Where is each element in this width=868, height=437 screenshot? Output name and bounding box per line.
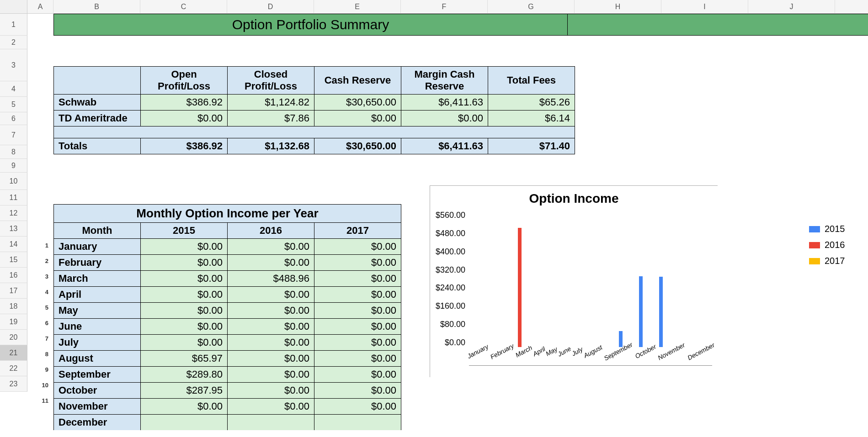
summary-header[interactable]: Open Profit/Loss [141,67,228,95]
row-header-10[interactable]: 10 [0,173,27,190]
summary-cell[interactable]: $65.26 [488,95,575,111]
monthly-cell[interactable]: $0.00 [141,319,228,335]
row-header-9[interactable]: 9 [0,159,27,173]
column-header-D[interactable]: D [227,0,314,14]
monthly-cell[interactable]: $0.00 [228,383,314,399]
monthly-cell[interactable]: $0.00 [141,335,228,351]
monthly-cell[interactable]: $0.00 [141,303,228,319]
monthly-cell[interactable]: $287.95 [141,383,228,399]
column-header-H[interactable]: H [575,0,661,14]
totals-cell[interactable]: $1,132.68 [228,138,314,154]
month-label[interactable]: April [54,287,141,303]
row-header-16[interactable]: 16 [0,268,27,283]
totals-cell[interactable]: $30,650.00 [314,138,401,154]
monthly-cell[interactable]: $289.80 [141,367,228,383]
monthly-cell[interactable]: $0.00 [228,351,314,367]
monthly-cell[interactable]: $0.00 [228,367,314,383]
column-header-E[interactable]: E [314,0,401,14]
month-label[interactable]: July [54,335,141,351]
month-label[interactable]: January [54,239,141,255]
monthly-cell[interactable]: $0.00 [141,239,228,255]
column-header-J[interactable]: J [748,0,835,14]
monthly-cell[interactable]: $0.00 [141,287,228,303]
monthly-cell[interactable] [141,415,228,431]
month-label[interactable]: August [54,351,141,367]
month-header[interactable]: Month [54,223,141,239]
monthly-cell[interactable]: $0.00 [314,383,401,399]
row-header-17[interactable]: 17 [0,283,27,299]
monthly-cell[interactable]: $0.00 [314,303,401,319]
monthly-cell[interactable]: $0.00 [228,287,314,303]
month-label[interactable]: December [54,415,141,431]
monthly-cell[interactable]: $65.97 [141,351,228,367]
summary-cell[interactable]: $0.00 [141,111,228,126]
row-header-19[interactable]: 19 [0,314,27,330]
monthly-cell[interactable]: $0.00 [314,239,401,255]
month-label[interactable]: October [54,383,141,399]
summary-cell[interactable]: $386.92 [141,95,228,111]
summary-header[interactable]: Total Fees [488,67,575,95]
month-label[interactable]: September [54,367,141,383]
summary-cell[interactable]: $6.14 [488,111,575,126]
row-header-7[interactable]: 7 [0,125,27,145]
row-header-20[interactable]: 20 [0,330,27,345]
column-header-C[interactable]: C [140,0,227,14]
column-header-K[interactable]: K [835,0,868,14]
totals-cell[interactable]: $386.92 [141,138,228,154]
row-header-4[interactable]: 4 [0,81,27,97]
summary-cell[interactable]: $7.86 [228,111,314,126]
row-header-15[interactable]: 15 [0,252,27,268]
monthly-cell[interactable]: $488.96 [228,271,314,287]
month-label[interactable]: March [54,271,141,287]
monthly-cell[interactable]: $0.00 [314,351,401,367]
row-header-11[interactable]: 11 [0,190,27,205]
monthly-cell[interactable]: $0.00 [228,303,314,319]
year-header[interactable]: 2016 [228,223,314,239]
column-header-F[interactable]: F [401,0,488,14]
row-header-1[interactable]: 1 [0,14,27,36]
summary-header[interactable] [54,67,141,95]
monthly-cell[interactable]: $0.00 [141,271,228,287]
totals-cell[interactable]: $71.40 [488,138,575,154]
summary-cell[interactable]: $1,124.82 [228,95,314,111]
monthly-cell[interactable]: $0.00 [141,399,228,415]
summary-header[interactable]: Margin Cash Reserve [401,67,488,95]
row-header-21[interactable]: 21 [0,345,27,361]
totals-label[interactable]: Totals [54,138,141,154]
month-label[interactable]: May [54,303,141,319]
row-header-8[interactable]: 8 [0,145,27,159]
column-header-A[interactable]: A [27,0,53,14]
monthly-cell[interactable]: $0.00 [314,399,401,415]
monthly-cell[interactable]: $0.00 [314,335,401,351]
monthly-cell[interactable]: $0.00 [228,399,314,415]
row-header-14[interactable]: 14 [0,237,27,252]
totals-cell[interactable]: $6,411.63 [401,138,488,154]
summary-cell[interactable]: $6,411.63 [401,95,488,111]
row-header-3[interactable]: 3 [0,49,27,81]
monthly-cell[interactable]: $0.00 [228,335,314,351]
monthly-cell[interactable]: $0.00 [314,367,401,383]
monthly-cell[interactable]: $0.00 [314,255,401,271]
row-header-12[interactable]: 12 [0,205,27,221]
row-header-18[interactable]: 18 [0,299,27,314]
monthly-cell[interactable]: $0.00 [228,239,314,255]
row-header-23[interactable]: 23 [0,376,27,392]
monthly-cell[interactable] [314,415,401,431]
summary-cell[interactable]: $0.00 [314,111,401,126]
month-label[interactable]: February [54,255,141,271]
monthly-cell[interactable]: $0.00 [228,319,314,335]
summary-header[interactable]: Closed Profit/Loss [228,67,314,95]
select-all-corner[interactable] [0,0,27,14]
summary-row-label[interactable]: Schwab [54,95,141,111]
year-header[interactable]: 2017 [314,223,401,239]
monthly-cell[interactable]: $0.00 [314,287,401,303]
row-header-5[interactable]: 5 [0,97,27,112]
year-header[interactable]: 2015 [141,223,228,239]
row-header-6[interactable]: 6 [0,112,27,125]
summary-row-label[interactable]: TD Ameritrade [54,111,141,126]
month-label[interactable]: November [54,399,141,415]
summary-cell[interactable]: $0.00 [401,111,488,126]
monthly-cell[interactable]: $0.00 [314,271,401,287]
column-header-B[interactable]: B [53,0,140,14]
monthly-cell[interactable]: $0.00 [228,255,314,271]
